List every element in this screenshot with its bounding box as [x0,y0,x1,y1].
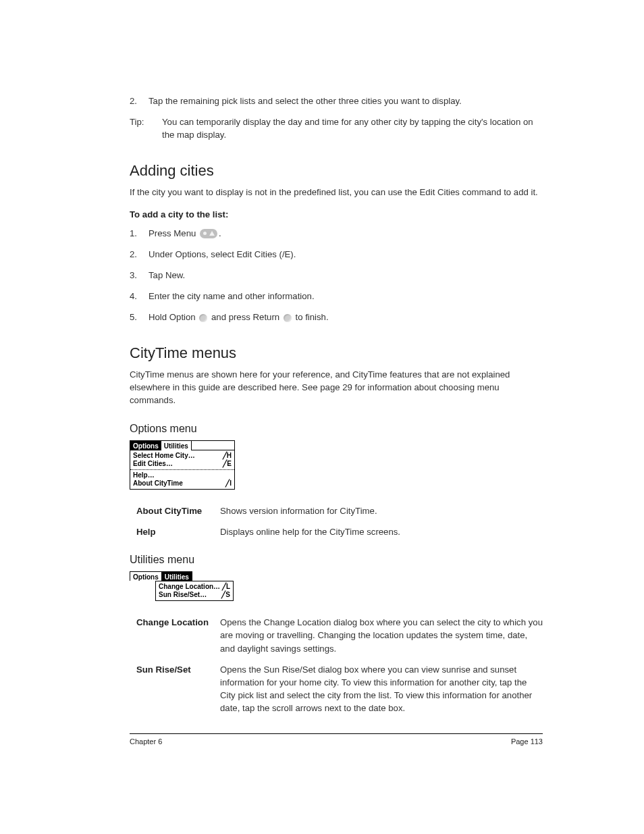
tab-options: Options [130,571,162,581]
step-number: 1. [130,227,149,240]
step-number: 2. [130,95,149,107]
heading-utilities-menu: Utilities menu [130,552,543,567]
desc-term: Change Location [136,616,220,654]
add-step-1: 1. Press Menu . [130,227,543,240]
desc-sun-rise-set: Sun Rise/Set Opens the Sun Rise/Set dial… [136,663,543,715]
utilities-menu-screenshot: Options Utilities Change Location… ╱L Su… [130,571,234,601]
text: Press Menu [149,228,198,238]
desc-def: Shows version information for CityTime. [220,504,543,517]
heading-adding-cities: Adding cities [130,160,543,182]
heading-options-menu: Options menu [130,421,543,436]
step-text: Tap the remaining pick lists and select … [149,95,543,107]
menu-item-label: Edit Cities… [133,460,173,468]
menu-body: Change Location… ╱L Sun Rise/Set… ╱S [155,581,234,601]
step-text: Hold Option and press Return to finish. [149,311,543,323]
step-text: Tap New. [149,269,543,282]
desc-term: Sun Rise/Set [136,663,220,715]
step-text: Under Options, select Edit Cities (/E). [149,248,543,261]
step-text: Enter the city name and other informatio… [149,290,543,303]
menu-bar: Options Utilities [130,571,234,581]
menu-shortcut: ╱E [223,460,232,468]
footer-chapter: Chapter 6 [130,737,162,748]
tip-text: You can temporarily display the day and … [162,115,543,141]
step-number: 5. [130,311,149,323]
menu-item-edit-cities: Edit Cities… ╱E [130,460,234,468]
desc-change-location: Change Location Opens the Change Locatio… [136,616,543,654]
subheading-add-city: To add a city to the list: [130,208,543,221]
menu-item-select-home-city: Select Home City… ╱H [130,452,234,460]
tip-label: Tip: [130,115,162,141]
tab-options: Options [130,441,161,450]
page: 2. Tap the remaining pick lists and sele… [0,0,644,775]
text: Hold Option [149,312,198,322]
menu-item-label: About CityTime [133,479,183,488]
menu-shortcut: ╱H [223,452,232,460]
add-step-2: 2. Under Options, select Edit Cities (/E… [130,248,543,261]
step-number: 2. [130,248,149,261]
menu-shortcut: ╱S [221,591,230,599]
menu-bar: Options Utilities [130,441,234,450]
menu-icon [200,229,217,238]
menu-item-label: Change Location… [159,583,220,591]
desc-term: Help [136,525,220,538]
return-key-icon [284,314,292,322]
footer-page-number: Page 113 [511,737,543,748]
tip-row: Tip: You can temporarily display the day… [130,115,543,141]
heading-citytime-menus: CityTime menus [130,342,543,364]
add-step-3: 3. Tap New. [130,269,543,282]
menu-section: Select Home City… ╱H Edit Cities… ╱E [130,450,234,470]
desc-def: Displays online help for the CityTime sc… [220,525,543,538]
tab-utilities: Utilities [161,441,192,450]
tab-utilities: Utilities [162,571,192,581]
menu-item-change-location: Change Location… ╱L [156,583,233,591]
text: and press Return [209,312,282,322]
menu-item-about-citytime: About CityTime ╱I [130,479,234,488]
desc-def: Opens the Sun Rise/Set dialog box where … [220,663,543,715]
text: to finish. [293,312,329,322]
page-footer: Chapter 6 Page 113 [130,733,543,748]
text: . [219,228,221,238]
menu-item-label: Sun Rise/Set… [159,591,207,599]
menu-item-sun-rise-set: Sun Rise/Set… ╱S [156,591,233,599]
step-number: 3. [130,269,149,282]
citytime-intro: CityTime menus are shown here for your r… [130,368,543,407]
step-2: 2. Tap the remaining pick lists and sele… [130,95,543,107]
desc-help: Help Displays online help for the CityTi… [136,525,543,538]
adding-cities-intro: If the city you want to display is not i… [130,186,543,199]
add-step-5: 5. Hold Option and press Return to finis… [130,311,543,323]
desc-term: About CityTime [136,504,220,517]
step-text: Press Menu . [149,227,543,240]
menu-section: Help… About CityTime ╱I [130,470,234,489]
menu-shortcut: ╱L [222,583,230,591]
menu-bar-rest [192,441,234,450]
menu-shortcut: ╱I [225,479,232,488]
desc-def: Opens the Change Location dialog box whe… [220,616,543,654]
menu-item-label: Help… [133,471,155,479]
option-key-icon [199,314,207,322]
step-number: 4. [130,290,149,303]
options-menu-screenshot: Options Utilities Select Home City… ╱H E… [130,440,235,490]
desc-about-citytime: About CityTime Shows version information… [136,504,543,517]
menu-item-label: Select Home City… [133,452,195,460]
add-step-4: 4. Enter the city name and other informa… [130,290,543,303]
menu-item-help: Help… [130,471,234,479]
